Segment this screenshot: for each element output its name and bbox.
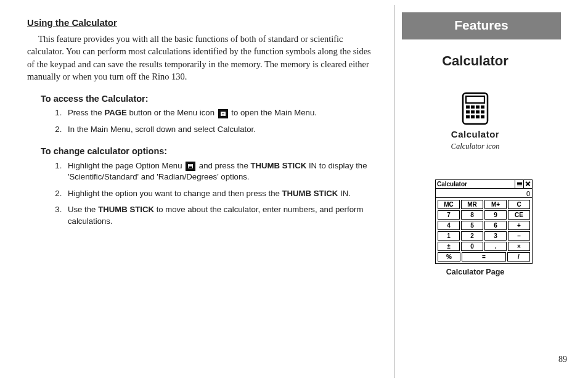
calc-key-[interactable]: × — [508, 242, 530, 251]
calculator-icon-caption: Calculator icon — [398, 142, 552, 151]
text: button or the Menu icon — [127, 108, 217, 117]
svg-rect-1 — [466, 96, 484, 103]
svg-rect-8 — [476, 110, 480, 113]
calc-key-[interactable]: % — [438, 252, 460, 262]
calc-key-7[interactable]: 7 — [438, 210, 460, 220]
options-step-1: Highlight the page Option Menu and press… — [64, 160, 378, 183]
svg-rect-9 — [481, 110, 484, 113]
svg-rect-4 — [476, 105, 480, 109]
calc-key-5[interactable]: 5 — [461, 221, 483, 230]
access-step-2: In the Main Menu, scroll down and select… — [64, 124, 378, 135]
svg-rect-2 — [466, 105, 470, 109]
calc-key-1[interactable]: 1 — [438, 231, 460, 241]
access-step-1: Press the PAGE button or the Menu icon t… — [64, 107, 378, 118]
text: Highlight the option you want to change … — [68, 189, 282, 198]
calculator-page-caption: Calculator Page — [398, 268, 552, 276]
svg-rect-7 — [471, 110, 475, 113]
text: to open the Main Menu. — [229, 108, 317, 117]
calc-close-button[interactable] — [523, 180, 532, 188]
section-title-using-calculator: Using the Calculator — [27, 16, 378, 29]
text: Use the — [68, 205, 98, 214]
thumb-stick-label: THUMB STICK — [98, 205, 154, 214]
calc-key-mc[interactable]: MC — [438, 200, 460, 209]
svg-rect-10 — [466, 115, 470, 118]
text: and press the — [197, 161, 250, 170]
calc-key-[interactable]: ± — [438, 242, 460, 251]
calc-key-8[interactable]: 8 — [461, 210, 483, 220]
calc-key-9[interactable]: 9 — [484, 210, 507, 220]
calc-key-m[interactable]: M+ — [484, 200, 507, 209]
calc-key-c[interactable]: C — [508, 200, 530, 209]
procedure-title-change-options: To change calculator options: — [41, 145, 378, 157]
calc-key-4[interactable]: 4 — [438, 221, 460, 230]
calc-key-[interactable]: . — [484, 242, 507, 251]
text: Highlight the page Option Menu — [68, 161, 184, 170]
menu-icon — [218, 109, 228, 118]
calc-key-[interactable]: / — [507, 252, 530, 262]
svg-rect-6 — [466, 110, 470, 113]
page-button-label: PAGE — [104, 108, 126, 117]
svg-rect-5 — [481, 105, 484, 109]
option-menu-icon — [186, 162, 195, 171]
calc-option-menu-button[interactable] — [515, 180, 523, 188]
options-step-3: Use the THUMB STICK to move about the ca… — [64, 204, 378, 227]
text: IN. — [338, 189, 351, 198]
calc-key-[interactable]: – — [508, 231, 530, 241]
intro-paragraph: This feature provides you with all the b… — [27, 33, 378, 83]
calc-key-mr[interactable]: MR — [461, 200, 483, 209]
calc-key-6[interactable]: 6 — [484, 221, 507, 230]
calculator-icon-label: Calculator — [398, 129, 552, 139]
calc-key-2[interactable]: 2 — [461, 231, 483, 241]
calc-key-3[interactable]: 3 — [484, 231, 507, 241]
calc-key-0[interactable]: 0 — [461, 242, 483, 251]
text: Press the — [68, 108, 104, 117]
options-step-2: Highlight the option you want to change … — [64, 188, 378, 199]
page-number: 89 — [558, 355, 567, 364]
features-tab: Features — [402, 12, 561, 39]
calculator-page-screenshot: Calculator 0 MCMRM+C789CE456+123–±0.×%=/ — [435, 179, 533, 264]
calc-key-ce[interactable]: CE — [508, 210, 530, 220]
calc-key-[interactable]: = — [462, 252, 506, 262]
thumb-stick-label: THUMB STICK — [250, 161, 306, 170]
calc-window-title: Calculator — [436, 180, 515, 188]
thumb-stick-label: THUMB STICK — [282, 189, 338, 198]
page-title: Calculator — [398, 53, 552, 69]
svg-rect-12 — [476, 115, 480, 118]
calculator-icon — [458, 91, 492, 127]
procedure-title-access: To access the Calculator: — [41, 93, 378, 105]
calc-key-[interactable]: + — [508, 221, 530, 230]
svg-rect-3 — [471, 105, 475, 109]
svg-rect-13 — [481, 115, 484, 118]
calc-display: 0 — [436, 189, 532, 198]
svg-rect-11 — [471, 115, 475, 118]
